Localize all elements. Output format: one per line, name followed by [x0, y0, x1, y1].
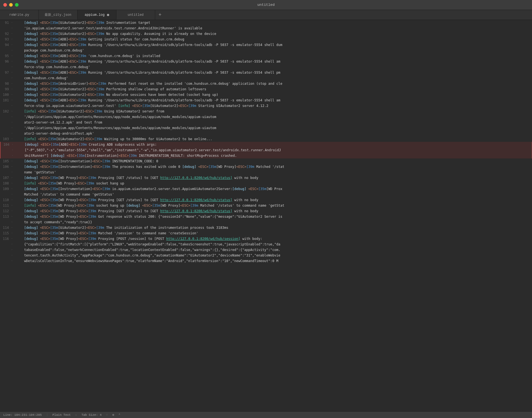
code-lines: 91· [debug] <ESC>[35m[UiAutomator2]<ESC>…: [0, 20, 532, 277]
table-row: 105· [debug] <ESC>[35m[Instrumentation]<…: [0, 158, 532, 164]
table-row: 92· [debug] <ESC>[35m[UiAutomator2]<ESC>…: [0, 31, 532, 37]
table-row: 109· [debug] <ESC>[35m[Instrumentation]<…: [0, 186, 532, 192]
table-row: 115· [debug] <ESC>[35m[WD Proxy]<ESC>[39…: [0, 230, 532, 236]
table-row: 113· [debug] <ESC>[35m[WD Proxy]<ESC>[39…: [0, 214, 532, 219]
new-tab-button[interactable]: +: [155, 10, 165, 20]
table-row: 97· [debug] <ESC>[35m[ADB]<ESC>[39m Runn…: [0, 70, 532, 75]
status-settings-up[interactable]: ⌃: [119, 413, 121, 417]
table-row: · wDetailsCollectionInTrue,"ensureWebvie…: [0, 258, 532, 264]
table-row: 91· [debug] <ESC>[35m[UiAutomator2]<ESC>…: [0, 20, 532, 25]
table-row: · tencent.tauth.AuthActivity","appPackag…: [0, 253, 532, 258]
table-row: · ator2-server-v4.12.2.apk' and test fro…: [0, 120, 532, 125]
window-title: untitled: [257, 3, 275, 7]
table-row: 100· [debug] <ESC>[35m[UiAutomator2]<ESC…: [0, 92, 532, 98]
table-row: · com.hundsun.crm.debug': [0, 75, 532, 81]
table-row: · to accept commands","ready":true}}: [0, 219, 532, 225]
table-row: 93· [debug] <ESC>[35m[ADB]<ESC>[39m Gett…: [0, 37, 532, 42]
table-row: 111· [info] <ESC>[35m[WD Proxy]<ESC>[39m…: [0, 203, 532, 208]
tab-untitled[interactable]: untitled: [116, 10, 155, 20]
tab-rewrite[interactable]: reWrite.py: [0, 10, 39, 20]
status-line-col: Line: 104:231-104:285: [3, 413, 42, 417]
table-row: 106· [debug] <ESC>[35m[Instrumentation]<…: [0, 164, 532, 170]
table-row: · Matched '/status' to command name 'get…: [0, 192, 532, 197]
tab-bar: reWrite.py 最新_city.json appium.log untit…: [0, 10, 532, 20]
table-row: 107· [debug] <ESC>[35m[WD Proxy]<ESC>[39…: [0, 175, 532, 181]
minimize-button[interactable]: [9, 3, 13, 7]
tab-modified-dot: [107, 14, 109, 16]
table-row: 94· [debug] <ESC>[35m[ADB]<ESC>[39m Runn…: [0, 42, 532, 48]
table-row: · UnitRunner"] [debug] <ESC>[35m[Instrum…: [0, 153, 532, 158]
table-row: 102· [info] <ESC>[35m[UiAutomator2]<ESC>…: [0, 109, 532, 114]
tab-city[interactable]: 最新_city.json: [39, 10, 78, 20]
table-row: 114· [debug] <ESC>[35m[UiAutomator2]<ESC…: [0, 225, 532, 230]
tab-label-untitled: untitled: [128, 13, 144, 17]
table-row: 101· [debug] <ESC>[35m[ADB]<ESC>[39m Run…: [0, 98, 532, 103]
table-row: 110· [debug] <ESC>[35m[WD Proxy]<ESC>[39…: [0, 197, 532, 203]
table-row: · force-stop io.appium.uiautomator2.serv…: [0, 103, 532, 109]
table-row: · tabaseEnabled":false,"networkConnectio…: [0, 247, 532, 253]
table-row: 99· [debug] <ESC>[35m[UiAutomator2]<ESC>…: [0, 86, 532, 92]
table-row: 104· [debug] <ESC>[35m[ADB]<ESC>[39m Cre…: [0, 142, 532, 147]
tab-label-rewrite: reWrite.py: [9, 13, 29, 17]
table-row: 95· [debug] <ESC>[35m[ADB]<ESC>[39m 'com…: [0, 53, 532, 59]
maximize-button[interactable]: [15, 3, 19, 7]
tab-label-city: 最新_city.json: [45, 12, 71, 17]
table-row: · '/Applications/Appium.app/Contents/Res…: [0, 125, 532, 131]
tab-label-appium: appium.log: [85, 13, 104, 17]
table-row: · package com.hundsun.crm.debug': [0, 48, 532, 53]
table-row: · ator2-server-debug-androidTest.apk': [0, 131, 532, 136]
table-row: · name 'getStatus': [0, 170, 532, 175]
tab-appium[interactable]: appium.log: [78, 10, 116, 20]
status-bar: Line: 104:231-104:285 | Plain Text ◇ Tab…: [0, 411, 532, 418]
table-row: · '/Applications/Appium.app/Contents/Res…: [0, 114, 532, 120]
table-row: 96· [debug] <ESC>[35m[ADB]<ESC>[39m Runn…: [0, 59, 532, 64]
title-bar: untitled: [0, 0, 532, 10]
status-tab-size[interactable]: Tab Size: 4: [81, 413, 102, 417]
editor-area: 91· [debug] <ESC>[35m[UiAutomator2]<ESC>…: [0, 20, 532, 413]
table-row: 112· [debug] <ESC>[35m[WD Proxy]<ESC>[39…: [0, 208, 532, 214]
table-row: · {"capabilities":{"firstMatch":[{"platf…: [0, 242, 532, 247]
status-language[interactable]: Plain Text: [52, 413, 71, 417]
status-settings-icon[interactable]: ⚙: [112, 413, 114, 417]
window-controls: [3, 3, 19, 7]
table-row: · ["-P",5037,"-s","emulator-5554","shell…: [0, 147, 532, 153]
table-row: 108· [info] <ESC>[35m[WD Proxy]<ESC>[39m…: [0, 181, 532, 186]
close-button[interactable]: [3, 3, 7, 7]
table-row: 98· [debug] <ESC>[35m[AndroidDriver]<ESC…: [0, 81, 532, 86]
table-row: · force-stop com.hundsun.crm.debug': [0, 64, 532, 70]
table-row: 103· [info] <ESC>[35m[UiAutomator2]<ESC>…: [0, 136, 532, 142]
table-row: · 'io.appium.uiautomator2.server.test/an…: [0, 25, 532, 31]
table-row: 116· [debug] <ESC>[35m[WD Proxy]<ESC>[39…: [0, 236, 532, 242]
